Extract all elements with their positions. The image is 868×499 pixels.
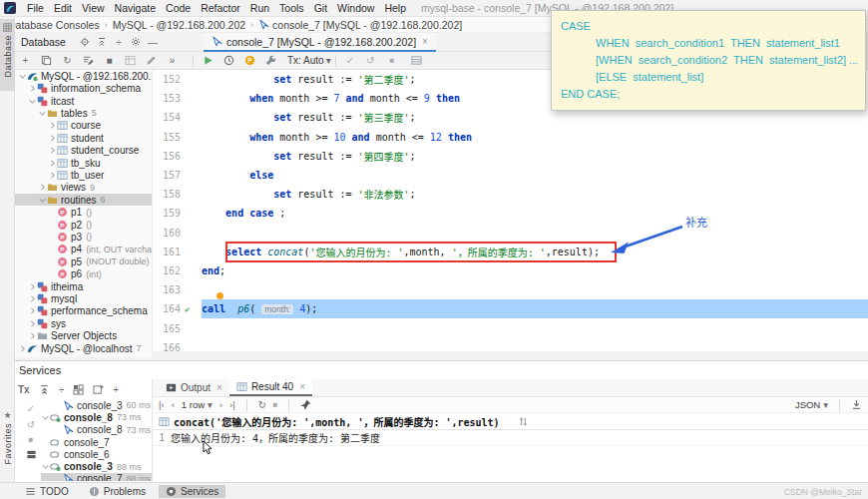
pin-icon[interactable] xyxy=(300,399,311,410)
chevron-down-icon[interactable] xyxy=(41,413,50,422)
tree-item-tb-user[interactable]: tb_user xyxy=(15,169,152,181)
tree-item-student[interactable]: student xyxy=(15,132,152,144)
chevron-right-icon[interactable] xyxy=(48,134,57,143)
run-icon[interactable] xyxy=(203,55,214,66)
chevron-down-icon[interactable] xyxy=(38,196,47,205)
breadcrumb-item[interactable]: Database Consoles xyxy=(8,19,100,31)
last-page-icon[interactable]: ›| xyxy=(229,399,235,410)
diagram-icon[interactable] xyxy=(146,55,157,66)
menu-item-file[interactable]: File xyxy=(22,2,49,14)
chevron-right-icon[interactable] xyxy=(28,319,37,328)
tree-item-sys[interactable]: sys xyxy=(15,317,152,329)
menu-item-refactor[interactable]: Refactor xyxy=(196,2,245,14)
tx-mode-select[interactable]: Tx: Auto xyxy=(287,55,324,66)
services-item-console_7[interactable]: console_7 xyxy=(41,436,152,448)
result-row[interactable]: 1 您输入的月份为: 4，所属的季度为: 第二季度 xyxy=(153,430,868,446)
stop-icon[interactable]: ■ xyxy=(273,400,278,409)
code-line-162[interactable]: 162end; xyxy=(153,261,868,280)
chevron-down-icon[interactable] xyxy=(38,109,47,118)
chevron-right-icon[interactable] xyxy=(48,171,57,180)
commit-icon[interactable]: ✓ xyxy=(27,403,35,414)
expand-all-icon[interactable]: ÷ xyxy=(114,37,124,47)
chevron-right-icon[interactable] xyxy=(48,121,57,130)
tree-item-routines[interactable]: routines6 xyxy=(15,194,152,206)
code-text[interactable]: set result := '非法参数'; xyxy=(202,185,868,204)
add-icon[interactable]: + xyxy=(20,55,31,66)
settings-icon[interactable] xyxy=(131,37,141,47)
chevron-right-icon[interactable] xyxy=(48,146,57,155)
export-format-select[interactable]: JSON xyxy=(795,399,820,410)
tree-item-course[interactable]: course xyxy=(15,120,152,132)
code-text[interactable]: call p6( month: 4); xyxy=(202,299,868,318)
code-line-160[interactable]: 160 xyxy=(153,224,868,243)
code-line-154[interactable]: 154 set result := '第三季度'; xyxy=(153,108,868,127)
tree-item-p2[interactable]: Pp2() xyxy=(15,219,152,231)
result-tab-result-40[interactable]: Result 40× xyxy=(229,379,312,396)
hide-icon[interactable]: — xyxy=(148,37,158,47)
statusbar-problems[interactable]: Problems xyxy=(82,485,153,498)
sql-editor[interactable]: 152 set result := '第二季度';153 when month … xyxy=(152,70,868,351)
breadcrumb-item[interactable]: console_7 [MySQL - @192.168.200.202] xyxy=(258,19,462,31)
close-icon[interactable]: × xyxy=(422,36,428,47)
download-icon[interactable] xyxy=(851,399,862,410)
services-item-console_3[interactable]: console_360 ms xyxy=(41,399,152,411)
tree-item-p3[interactable]: Pp3() xyxy=(15,231,152,243)
chevron-down-icon[interactable] xyxy=(28,97,37,106)
rollback-icon[interactable]: ↺ xyxy=(27,419,35,430)
code-text[interactable] xyxy=(202,224,868,243)
chevron-right-icon[interactable] xyxy=(28,84,37,93)
tree-item-itcast[interactable]: itcast xyxy=(15,95,152,107)
code-line-157[interactable]: 157 else xyxy=(153,166,868,185)
menu-item-view[interactable]: View xyxy=(77,2,110,14)
code-line-156[interactable]: 156 set result := '第四季度'; xyxy=(153,147,868,166)
commit-icon[interactable]: ✓ xyxy=(346,55,354,66)
chevron-right-icon[interactable] xyxy=(48,159,57,168)
collapse-all-icon[interactable] xyxy=(39,384,50,395)
add-service-icon[interactable] xyxy=(93,384,104,395)
stop-icon[interactable]: ■ xyxy=(104,55,115,66)
attach-session-icon[interactable] xyxy=(265,55,276,66)
code-text[interactable]: end; xyxy=(202,261,868,280)
breadcrumb-item[interactable]: MySQL - @192.168.200.202 xyxy=(113,19,245,31)
code-text[interactable] xyxy=(202,318,868,337)
services-item-console_8[interactable]: console_873 ms xyxy=(41,424,152,436)
menu-item-navigate[interactable]: Navigate xyxy=(110,2,161,14)
code-text[interactable]: set result := '第四季度'; xyxy=(202,147,868,166)
chevron-right-icon[interactable] xyxy=(28,306,37,315)
menu-item-edit[interactable]: Edit xyxy=(49,2,77,14)
chevron-right-icon[interactable] xyxy=(38,183,47,192)
refresh-icon[interactable]: ↻ xyxy=(62,55,73,66)
chevron-right-icon[interactable] xyxy=(28,331,37,340)
tree-item-mysql[interactable]: mysql xyxy=(15,292,152,304)
code-text[interactable]: else xyxy=(202,166,868,185)
rollback-icon[interactable]: ↺ xyxy=(366,55,374,66)
prev-page-icon[interactable]: ‹ xyxy=(172,399,175,410)
code-text[interactable] xyxy=(202,280,868,299)
stripe-database-tab[interactable]: Database xyxy=(0,19,15,91)
data-editor-icon[interactable] xyxy=(125,55,136,66)
view-options-icon[interactable] xyxy=(411,55,422,66)
copy-icon[interactable] xyxy=(41,55,52,66)
code-line-163[interactable]: 163 xyxy=(153,280,868,299)
next-page-icon[interactable]: › xyxy=(219,399,222,410)
tree-item-mysql-localhost[interactable]: MySQL - @localhost7 xyxy=(15,342,152,354)
menu-item-git[interactable]: Git xyxy=(309,2,332,14)
sort-icon[interactable] xyxy=(518,416,529,427)
tree-item-student-course[interactable]: student_course xyxy=(15,144,152,156)
collapse-all-icon[interactable] xyxy=(97,37,107,47)
menu-item-tools[interactable]: Tools xyxy=(274,2,309,14)
tree-item-itheima[interactable]: itheima xyxy=(15,280,152,292)
code-line-166[interactable]: 166 xyxy=(153,338,868,351)
services-item-console_8[interactable]: console_873 ms xyxy=(41,411,152,423)
row-count-select[interactable]: 1 row xyxy=(182,399,205,410)
code-line-155[interactable]: 155 when month >= 10 and month <= 12 the… xyxy=(153,128,868,147)
expand-all-icon[interactable]: ÷ xyxy=(59,384,65,395)
code-text[interactable] xyxy=(202,338,868,351)
services-item-console_3[interactable]: console_388 ms xyxy=(41,460,152,472)
tx-filter-icon[interactable]: Tx xyxy=(18,384,30,395)
tree-item-p6[interactable]: Pp6(int) xyxy=(15,268,152,280)
result-tab-output[interactable]: Output× xyxy=(159,379,229,396)
chevron-down-icon[interactable] xyxy=(18,72,27,81)
chevron-right-icon[interactable] xyxy=(28,294,37,303)
menu-item-run[interactable]: Run xyxy=(245,2,274,14)
